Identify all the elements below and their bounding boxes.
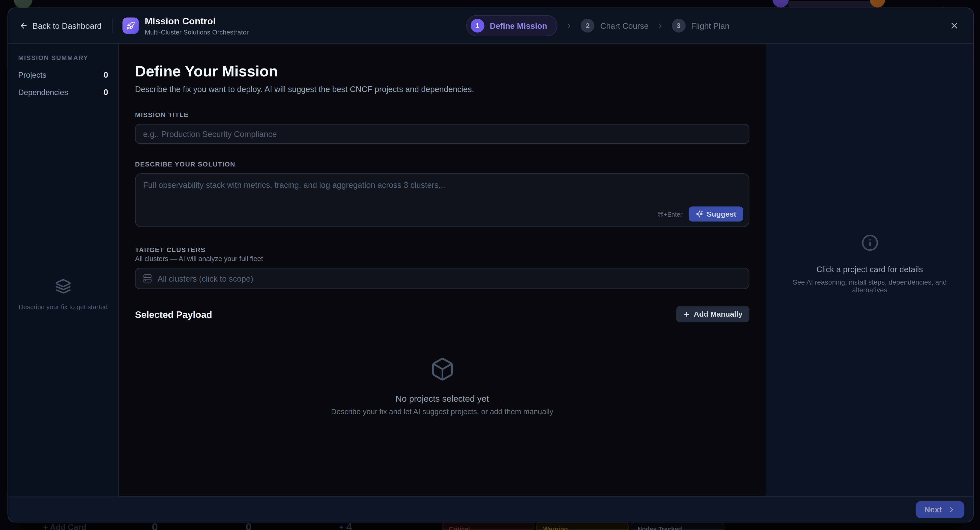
sidebar-empty-text: Describe your fix to get started bbox=[8, 303, 118, 310]
detail-empty-state: Click a project card for details See AI … bbox=[766, 234, 973, 294]
server-icon bbox=[143, 274, 152, 283]
suggest-label: Suggest bbox=[706, 210, 736, 218]
detail-empty-subtitle: See AI reasoning, install steps, depende… bbox=[784, 278, 956, 294]
header-title-block: Mission Control Multi-Cluster Solutions … bbox=[145, 16, 248, 35]
solution-textarea-container: ⌘+Enter Suggest bbox=[135, 174, 749, 227]
chevron-right-icon bbox=[565, 22, 574, 30]
modal-subtitle: Multi-Cluster Solutions Orchestrator bbox=[145, 28, 248, 35]
back-label: Back to Dashboard bbox=[32, 21, 102, 30]
shortcut-hint: ⌘+Enter bbox=[657, 211, 682, 218]
backdrop-add-card: + Add Card bbox=[43, 522, 86, 530]
next-button[interactable]: Next bbox=[916, 501, 964, 518]
plus-icon bbox=[683, 311, 690, 318]
empty-state-title: No projects selected yet bbox=[135, 394, 749, 404]
project-detail-panel: Click a project card for details See AI … bbox=[765, 44, 973, 496]
clusters-help: All clusters — AI will analyze your full… bbox=[135, 255, 749, 262]
solution-textarea[interactable] bbox=[135, 174, 749, 205]
chevron-right-icon bbox=[656, 22, 664, 30]
projects-label: Projects bbox=[18, 70, 46, 79]
step-1-number: 1 bbox=[471, 19, 484, 32]
step-1-label: Define Mission bbox=[490, 21, 547, 30]
step-3-label: Flight Plan bbox=[691, 21, 729, 30]
package-icon bbox=[430, 356, 455, 382]
projects-count: 0 bbox=[103, 70, 108, 80]
sidebar-empty-state: Describe your fix to get started bbox=[8, 278, 118, 310]
step-chart-course[interactable]: 2 Chart Course bbox=[581, 19, 649, 32]
mission-title-input[interactable] bbox=[135, 124, 749, 144]
mission-control-modal: Back to Dashboard Mission Control Multi-… bbox=[8, 8, 974, 522]
mission-summary-sidebar: MISSION SUMMARY Projects 0 Dependencies … bbox=[8, 44, 119, 496]
sparkles-icon bbox=[695, 210, 703, 218]
payload-header-row: Selected Payload Add Manually bbox=[135, 306, 749, 322]
payload-title: Selected Payload bbox=[135, 309, 212, 319]
back-to-dashboard-button[interactable]: Back to Dashboard bbox=[19, 21, 102, 30]
define-mission-panel: Define Your Mission Describe the fix you… bbox=[119, 44, 765, 496]
payload-empty-state: No projects selected yet Describe your f… bbox=[135, 356, 749, 416]
chevron-right-icon bbox=[948, 505, 956, 513]
wizard-stepper: 1 Define Mission 2 Chart Course 3 Flight… bbox=[466, 15, 729, 37]
page-subtitle: Describe the fix you want to deploy. AI … bbox=[135, 85, 749, 94]
header-divider bbox=[111, 18, 112, 33]
modal-body: MISSION SUMMARY Projects 0 Dependencies … bbox=[8, 44, 973, 496]
backdrop-count-a: 0 bbox=[152, 521, 158, 530]
dependencies-label: Dependencies bbox=[18, 88, 68, 97]
step-3-number: 3 bbox=[672, 19, 685, 32]
step-flight-plan[interactable]: 3 Flight Plan bbox=[672, 19, 729, 32]
textarea-footer: ⌘+Enter Suggest bbox=[657, 206, 743, 222]
step-define-mission[interactable]: 1 Define Mission bbox=[466, 15, 558, 37]
dependencies-count: 0 bbox=[103, 88, 108, 97]
layers-icon bbox=[55, 278, 72, 295]
sidebar-section-title: MISSION SUMMARY bbox=[18, 54, 108, 61]
backdrop-sparkle-stat: 4 bbox=[338, 521, 352, 530]
solution-label: DESCRIBE YOUR SOLUTION bbox=[135, 160, 749, 168]
backdrop-critical-card: Critical bbox=[442, 521, 535, 530]
sparkle-icon bbox=[338, 524, 344, 530]
arrow-left-icon bbox=[19, 21, 28, 30]
close-button[interactable] bbox=[947, 18, 962, 33]
backdrop-nodes-card: Nodes Tracked bbox=[630, 521, 724, 530]
summary-row-dependencies: Dependencies 0 bbox=[18, 88, 108, 97]
step-2-number: 2 bbox=[581, 19, 595, 32]
backdrop-warning-card: Warning bbox=[536, 521, 629, 530]
suggest-button[interactable]: Suggest bbox=[689, 206, 743, 222]
empty-state-subtitle: Describe your fix and let AI suggest pro… bbox=[135, 407, 749, 416]
screen: + Add Card 0 0 4 Critical Warning Nodes … bbox=[0, 0, 980, 530]
modal-title: Mission Control bbox=[145, 16, 248, 27]
cluster-scope-field[interactable]: All clusters (click to scope) bbox=[135, 268, 749, 289]
info-icon bbox=[861, 234, 879, 252]
detail-empty-title: Click a project card for details bbox=[784, 265, 956, 274]
cluster-scope-value: All clusters (click to scope) bbox=[158, 274, 253, 283]
close-icon bbox=[949, 21, 959, 30]
page-title: Define Your Mission bbox=[135, 62, 749, 80]
rocket-icon bbox=[122, 18, 138, 34]
backdrop-avatar-orange bbox=[870, 0, 885, 8]
next-label: Next bbox=[924, 505, 942, 514]
mission-title-label: MISSION TITLE bbox=[135, 111, 749, 118]
clusters-label: TARGET CLUSTERS bbox=[135, 246, 749, 253]
backdrop-avatar-purple bbox=[773, 0, 789, 8]
backdrop-pill bbox=[788, 1, 875, 8]
add-manually-label: Add Manually bbox=[694, 310, 743, 318]
add-manually-button[interactable]: Add Manually bbox=[676, 306, 749, 322]
modal-footer: Next bbox=[8, 496, 973, 522]
step-2-label: Chart Course bbox=[600, 21, 649, 30]
modal-header: Back to Dashboard Mission Control Multi-… bbox=[8, 8, 973, 44]
backdrop-count-b: 0 bbox=[246, 521, 251, 530]
summary-row-projects: Projects 0 bbox=[18, 70, 108, 80]
